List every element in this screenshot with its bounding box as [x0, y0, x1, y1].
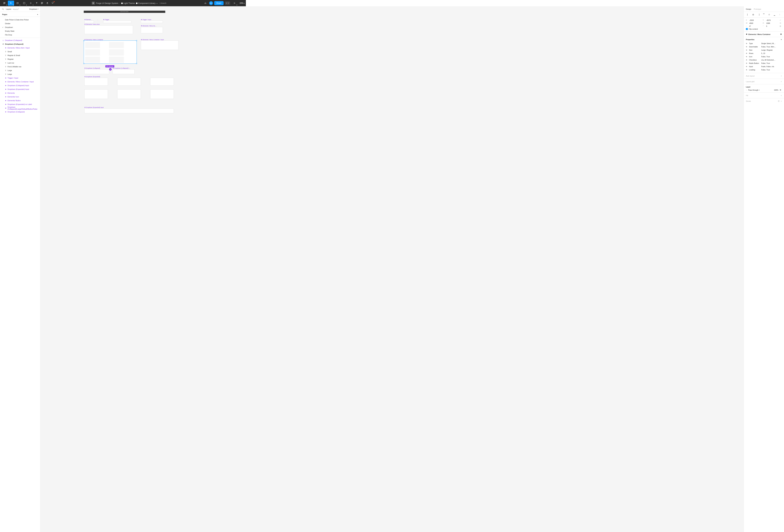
move-tool-button[interactable] [8, 1, 14, 6]
canvas-label-trigger[interactable]: Trigger [103, 19, 109, 20]
user-avatar[interactable]: A [209, 1, 213, 5]
layers-list: Dropdown (Collapsed)Dropdown (Collapsed)… [0, 38, 40, 110]
canvas-artboard[interactable] [150, 78, 174, 86]
page-item[interactable]: Dropdown [0, 25, 40, 29]
layer-item[interactable]: Dropdown (Collapsed) Input [0, 84, 40, 87]
layer-item[interactable]: Dropdown (Collapsed) [0, 38, 40, 42]
canvas-label-dropdown-expanded-input[interactable]: Dropdown (Expanded) Input [84, 107, 104, 108]
canvas-artboard[interactable] [117, 89, 141, 99]
project-avatar[interactable]: H [92, 2, 95, 5]
canvas-artboard[interactable] [141, 40, 178, 50]
canvas-artboard[interactable] [84, 21, 94, 23]
layer-item[interactable]: Small [0, 50, 40, 54]
share-button[interactable]: Share [214, 1, 224, 5]
canvas-artboard[interactable] [84, 78, 108, 86]
canvas-artboard[interactable] [117, 78, 141, 86]
branch-indicator[interactable]: 1 branch [160, 2, 166, 4]
theme-dot-icon [121, 2, 123, 4]
layer-item[interactable]: Dropdown (Collapsed)/Large/Default/Butto… [0, 106, 40, 110]
layer-item[interactable]: First & Middle row [0, 65, 40, 68]
canvas-label-dropdown-collapsed-input[interactable]: Dropdown (Collapsed) I… [113, 67, 131, 69]
canvas-label-menu-item-input[interactable]: Elements / Menu Ite… [141, 25, 157, 27]
svg-rect-1 [4, 2, 5, 3]
canvas-label-menu-container[interactable]: Elements / Menu Container [84, 39, 103, 40]
layer-item[interactable]: Dropdown (Collapsed) [0, 42, 40, 46]
main-menu-button[interactable] [1, 1, 7, 6]
layer-item[interactable]: Trigger / Input [0, 76, 40, 80]
layer-item[interactable]: Dropdown (Expanded) no Label [0, 103, 40, 106]
dev-mode-button[interactable] [225, 1, 230, 5]
canvas[interactable]: DROPDOWN Elemen… … Trigger Trigger / Inp… [40, 6, 246, 110]
selection-handle-sw[interactable] [83, 63, 84, 64]
variant-thumbnail [85, 57, 100, 63]
layer-label: Regular & Small [7, 54, 20, 56]
selected-component-frame[interactable] [84, 40, 137, 64]
headphones-icon [204, 2, 206, 4]
canvas-label-menu-item[interactable]: Elements / Menu Item [84, 24, 100, 25]
layer-item[interactable]: Elements / Menu Item / Input [0, 46, 40, 50]
add-page-button[interactable]: + [37, 13, 38, 16]
selection-handle-se[interactable] [136, 63, 137, 64]
frame-title-dropdown[interactable]: DROPDOWN [84, 11, 165, 13]
page-section[interactable]: Component Library [138, 2, 156, 4]
layer-item[interactable]: Elements/ Button [0, 99, 40, 103]
shape-tool-button[interactable] [21, 1, 27, 6]
layer-item[interactable]: Regular [0, 57, 40, 61]
canvas-label-menu-container-input[interactable]: Elements / Menu Container / Input [141, 39, 164, 40]
add-variant-button[interactable]: + [109, 68, 112, 71]
assets-tab[interactable]: Assets [13, 8, 19, 10]
breadcrumb[interactable]: Forge UI Design System / Light Theme Com… [96, 2, 158, 4]
selection-handle-ne[interactable] [136, 40, 137, 41]
chevron-down-icon[interactable]: ▾ [157, 3, 158, 4]
layer-item[interactable]: Regular & Small [0, 54, 40, 57]
page-item[interactable]: File Drop [0, 33, 40, 37]
dev-mode-icon [226, 2, 229, 4]
canvas-artboard[interactable] [113, 69, 135, 74]
layer-item[interactable]: Elements [0, 91, 40, 95]
headphones-button[interactable] [203, 1, 208, 6]
hand-tool-button[interactable] [45, 1, 50, 6]
notification-dot-icon [54, 1, 55, 2]
page-item[interactable]: Date Picker & Date-time Picker [0, 18, 40, 22]
canvas-artboard[interactable] [84, 25, 133, 34]
comment-tool-button[interactable] [50, 1, 55, 6]
canvas-artboard[interactable] [84, 69, 109, 74]
canvas-artboard[interactable] [150, 89, 174, 99]
layer-item[interactable]: Dropdown (Expanded) Input [0, 87, 40, 91]
layers-tab[interactable]: Layers [6, 8, 11, 10]
layer-item[interactable]: Last row [0, 61, 40, 65]
canvas-label-elements[interactable]: Elemen… [84, 19, 92, 20]
canvas-artboard[interactable] [103, 21, 132, 23]
selection-handle-nw[interactable] [83, 40, 84, 41]
toolbar-right: A Share 15% ▾ [203, 1, 245, 6]
page-item[interactable]: Divider [0, 22, 40, 25]
pen-tool-button[interactable] [28, 1, 34, 6]
layer-label: Elements / Menu Item / Input [7, 47, 30, 49]
text-icon [5, 58, 7, 60]
page-theme[interactable]: Light Theme [123, 2, 135, 4]
canvas-label-dropdown-collapsed[interactable]: Dropdown (Collapsed) [84, 67, 100, 69]
canvas-artboard[interactable] [141, 27, 163, 33]
resources-button[interactable] [39, 1, 45, 6]
canvas-label-trigger-input[interactable]: Trigger / Input [141, 19, 151, 20]
svg-rect-5 [23, 2, 25, 4]
page-selector-dropdown[interactable]: Dropdown ▾ [29, 8, 38, 10]
layer-item[interactable]: Large [0, 72, 40, 76]
project-name[interactable]: Forge UI Design System [96, 2, 118, 4]
component-icon [5, 107, 7, 109]
zoom-level[interactable]: 15% ▾ [240, 2, 245, 4]
present-button[interactable] [231, 1, 238, 6]
layer-item[interactable]: Large [0, 68, 40, 72]
frame-tool-button[interactable] [15, 1, 21, 6]
component-icon [5, 81, 7, 83]
text-tool-button[interactable] [34, 1, 39, 6]
canvas-artboard[interactable] [84, 109, 174, 110]
canvas-artboard[interactable] [84, 89, 108, 99]
page-item[interactable]: Empty State [0, 29, 40, 33]
layer-item[interactable]: Elements / Menu Container / Input [0, 80, 40, 84]
canvas-artboard[interactable] [141, 21, 163, 23]
canvas-label-dropdown-expanded[interactable]: Dropdown (Expanded) [84, 76, 100, 78]
layer-item[interactable]: Elements/ Icon [0, 95, 40, 99]
search-icon[interactable] [2, 8, 4, 10]
layer-label: Trigger / Input [7, 77, 18, 79]
